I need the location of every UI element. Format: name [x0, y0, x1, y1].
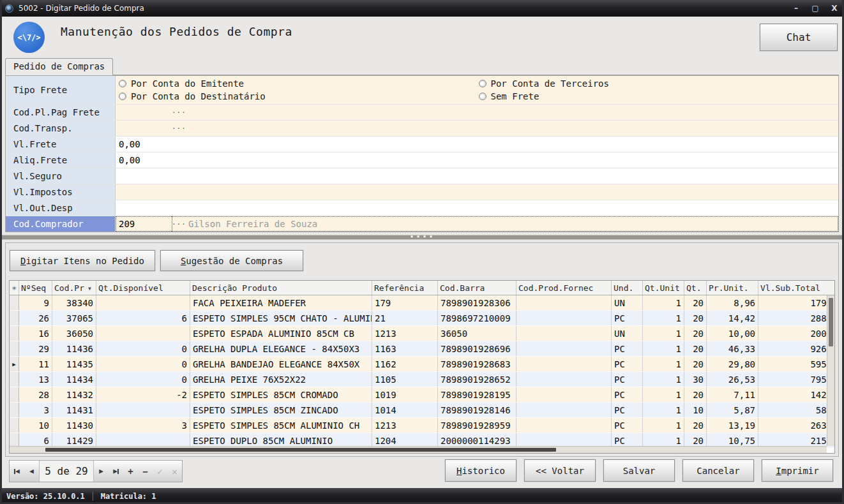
cell-und[interactable]: PC [612, 418, 643, 433]
cell-qt_unit[interactable]: 1 [643, 295, 684, 311]
cell-qt[interactable]: 20 [684, 418, 707, 433]
cell-qt_unit[interactable]: 1 [643, 326, 684, 341]
cell-cod_pr[interactable]: 11430 [52, 418, 96, 433]
cell-qt_disp[interactable]: 0 [96, 372, 190, 387]
salvar-button[interactable]: Salvar [603, 459, 675, 482]
cell-seq[interactable]: 3 [19, 403, 52, 418]
cell-cod_barra[interactable]: 36050 [438, 326, 516, 341]
cell-descricao[interactable]: ESPETO SIMPLES 85CM CROMADO [190, 387, 372, 403]
cell-vl_sub_total[interactable]: 288,40 [758, 311, 836, 326]
radio-por-conta-do-emitente[interactable]: Por Conta do Emitente [119, 78, 479, 89]
delete-record-button[interactable]: − [138, 461, 153, 482]
cell-qt[interactable]: 20 [684, 357, 707, 372]
vl-frete-field[interactable]: 0,00 [116, 137, 838, 152]
sugestao-compras-button[interactable]: Sugestão de Compras [160, 250, 303, 271]
cell-cod_prod_fornec[interactable] [516, 326, 612, 341]
panel-splitter[interactable]: ■ ■ ■ ■ [0, 235, 844, 240]
cell-referencia[interactable]: 21 [372, 311, 438, 326]
cell-und[interactable]: PC [612, 387, 643, 403]
vl-impostos-field[interactable] [116, 184, 838, 200]
cell-vl_sub_total[interactable]: 58,70 [758, 403, 836, 418]
cell-cod_barra[interactable]: 7898901928696 [438, 341, 516, 357]
cell-qt_unit[interactable]: 1 [643, 403, 684, 418]
cell-cod_pr[interactable]: 36050 [52, 326, 96, 341]
cell-referencia[interactable]: 1019 [372, 387, 438, 403]
cod-transp-field[interactable]: ··· [116, 121, 838, 136]
cell-und[interactable]: PC [612, 341, 643, 357]
cell-descricao[interactable]: ESPETO SIMPLES 95CM CHATO - ALUMINIO [190, 311, 372, 326]
next-record-button[interactable]: ▶ [94, 461, 109, 482]
tab-pedido-de-compras[interactable]: Pedido de Compras [5, 58, 113, 75]
cell-cod_barra[interactable]: 7898901928683 [438, 357, 516, 372]
vl-out-desp-field[interactable] [116, 200, 838, 216]
cell-qt_unit[interactable]: 1 [643, 357, 684, 372]
cell-cod_prod_fornec[interactable] [516, 341, 612, 357]
cell-cod_pr[interactable]: 11436 [52, 341, 96, 357]
cell-qt[interactable]: 20 [684, 326, 707, 341]
cell-cod_barra[interactable]: 7898901928306 [438, 295, 516, 311]
cancel-edit-button[interactable]: ✕ [167, 461, 182, 482]
lookup-ellipsis-icon[interactable]: ··· [172, 105, 186, 120]
radio-por-conta-de-terceiros[interactable]: Por Conta de Terceiros [479, 78, 839, 89]
cell-seq[interactable]: 11 [19, 357, 52, 372]
cell-qt_disp[interactable]: 0 [96, 341, 190, 357]
vl-seguro-field[interactable] [116, 168, 838, 184]
cell-cod_prod_fornec[interactable] [516, 311, 612, 326]
cell-vl_sub_total[interactable]: 595,98 [758, 357, 836, 372]
cell-descricao[interactable]: ESPETO ESPADA ALUMINIO 85CM CB [190, 326, 372, 341]
prior-record-button[interactable]: ◀ [24, 461, 39, 482]
cell-pr_unit[interactable]: 26,53 [707, 372, 758, 387]
cell-qt[interactable]: 20 [684, 311, 707, 326]
cell-pr_unit[interactable]: 7,11 [707, 387, 758, 403]
cell-seq[interactable]: 16 [19, 326, 52, 341]
cell-cod_barra[interactable]: 7898901928195 [438, 387, 516, 403]
cell-cod_prod_fornec[interactable] [516, 418, 612, 433]
column-header-cod_barra[interactable]: Cod.Barra [438, 281, 516, 295]
cell-descricao[interactable]: FACA PEIXEIRA MADEFER [190, 295, 372, 311]
insert-record-button[interactable]: + [123, 461, 138, 482]
radio-sem-frete[interactable]: Sem Frete [479, 91, 839, 101]
cell-seq[interactable]: 26 [19, 311, 52, 326]
cell-qt_disp[interactable] [96, 295, 190, 311]
cell-qt_disp[interactable]: 6 [96, 311, 190, 326]
cell-cod_prod_fornec[interactable] [516, 387, 612, 403]
cell-cod_prod_fornec[interactable] [516, 357, 612, 372]
voltar-button[interactable]: << Voltar [524, 459, 596, 482]
lookup-ellipsis-icon[interactable]: ··· [172, 216, 186, 232]
cell-descricao[interactable]: ESPETO SIMPLES 85CM ZINCADO [190, 403, 372, 418]
digitar-itens-button[interactable]: Digitar Itens no Pedido [10, 250, 155, 271]
horizontal-scrollbar[interactable] [10, 446, 827, 453]
cell-cod_pr[interactable]: 38340 [52, 295, 96, 311]
cell-qt_disp[interactable]: 0 [96, 357, 190, 372]
cell-und[interactable]: PC [612, 311, 643, 326]
cell-pr_unit[interactable]: 14,42 [707, 311, 758, 326]
column-header-pr_unit[interactable]: Pr.Unit. [707, 281, 758, 295]
cell-und[interactable]: UN [612, 295, 643, 311]
cell-descricao[interactable]: GRELHA DUPLA ELEGANCE - 84X50X3 [190, 341, 372, 357]
cell-descricao[interactable]: GRELHA PEIXE 76X52X22 [190, 372, 372, 387]
column-header-qt_unit[interactable]: Qt.Unit [643, 281, 684, 295]
cell-vl_sub_total[interactable]: 926,62 [758, 341, 836, 357]
aliq-frete-field[interactable]: 0,00 [116, 152, 838, 168]
maximize-icon[interactable]: ▢ [806, 0, 825, 17]
cell-und[interactable]: PC [612, 372, 643, 387]
cell-qt_unit[interactable]: 1 [643, 341, 684, 357]
cell-qt_disp[interactable]: 3 [96, 418, 190, 433]
column-header-und[interactable]: Und. [612, 281, 643, 295]
cod-pl-pag-frete-field[interactable]: ··· [116, 105, 838, 120]
cell-seq[interactable]: 9 [19, 295, 52, 311]
cell-qt_unit[interactable]: 1 [643, 418, 684, 433]
cell-qt[interactable]: 10 [684, 403, 707, 418]
cell-cod_prod_fornec[interactable] [516, 372, 612, 387]
historico-button[interactable]: Historico [445, 459, 516, 482]
cancelar-button[interactable]: Cancelar [682, 459, 754, 482]
horizontal-scrollbar-thumb[interactable] [45, 448, 556, 452]
cell-cod_pr[interactable]: 11435 [52, 357, 96, 372]
cell-qt[interactable]: 30 [684, 372, 707, 387]
cell-und[interactable]: UN [612, 326, 643, 341]
cell-referencia[interactable]: 1162 [372, 357, 438, 372]
cell-cod_pr[interactable]: 37065 [52, 311, 96, 326]
imprimir-button[interactable]: Imprimir [762, 459, 833, 482]
column-header-cod_prod_fornec[interactable]: Cod.Prod.Fornec [516, 281, 612, 295]
cell-cod_prod_fornec[interactable] [516, 295, 612, 311]
